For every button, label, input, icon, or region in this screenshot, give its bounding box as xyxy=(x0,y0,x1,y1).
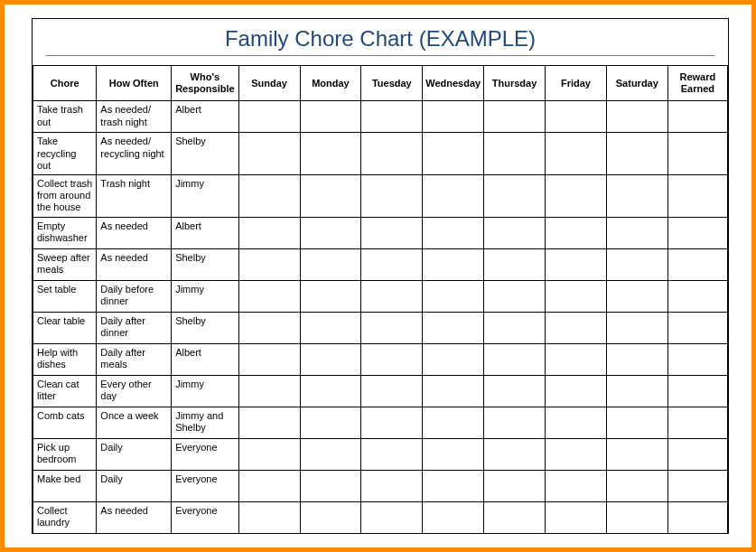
cell-reward xyxy=(667,217,727,248)
cell-thursday xyxy=(484,174,546,217)
cell-how-often: As needed/ trash night xyxy=(97,101,172,133)
cell-reward xyxy=(667,248,727,280)
cell-sunday xyxy=(238,375,300,407)
title-divider xyxy=(46,55,714,56)
cell-wednesday xyxy=(423,470,484,501)
cell-how-often: As needed xyxy=(97,217,172,248)
cell-friday xyxy=(546,375,607,407)
cell-saturday xyxy=(606,133,667,175)
cell-friday xyxy=(546,101,607,133)
cell-how-often: Daily after dinner xyxy=(97,312,172,343)
table-row: Comb catsOnce a weekJimmy and Shelby xyxy=(33,407,728,438)
page-title: Family Chore Chart (EXAMPLE) xyxy=(33,19,728,55)
cell-thursday xyxy=(484,375,546,407)
cell-thursday xyxy=(484,312,546,343)
cell-reward xyxy=(667,101,727,133)
cell-saturday xyxy=(606,217,667,248)
cell-reward xyxy=(667,133,727,175)
cell-friday xyxy=(546,438,607,470)
cell-saturday xyxy=(606,248,667,280)
cell-how-often: Once a week xyxy=(97,407,172,438)
cell-reward xyxy=(667,470,727,501)
cell-wednesday xyxy=(423,217,484,248)
cell-saturday xyxy=(606,312,667,343)
cell-tuesday xyxy=(361,280,423,312)
cell-who: Everyone xyxy=(172,501,239,533)
cell-chore: Make bed xyxy=(33,470,97,501)
table-header-row: Chore How Often Who's Responsible Sunday… xyxy=(33,66,728,101)
cell-who: Everyone xyxy=(172,438,239,470)
cell-monday xyxy=(300,438,361,470)
cell-sunday xyxy=(238,407,300,438)
cell-chore: Help with dishes xyxy=(33,343,97,375)
cell-tuesday xyxy=(361,248,423,280)
cell-saturday xyxy=(606,343,667,375)
cell-thursday xyxy=(484,101,546,133)
cell-sunday xyxy=(238,470,300,501)
cell-monday xyxy=(300,174,361,217)
cell-friday xyxy=(546,312,607,343)
cell-how-often: As needed xyxy=(97,248,172,280)
cell-reward xyxy=(667,312,727,343)
cell-friday xyxy=(546,174,607,217)
cell-how-often: Daily xyxy=(97,438,172,470)
cell-tuesday xyxy=(361,375,423,407)
cell-tuesday xyxy=(361,407,423,438)
cell-chore: Clear table xyxy=(33,312,97,343)
cell-chore: Take recycling out xyxy=(33,133,97,175)
cell-reward xyxy=(667,280,727,312)
table-row: Take recycling outAs needed/ recycling n… xyxy=(33,133,728,175)
header-chore: Chore xyxy=(33,66,97,101)
cell-reward xyxy=(667,375,727,407)
header-monday: Monday xyxy=(300,66,361,101)
cell-thursday xyxy=(484,470,546,501)
cell-how-often: As needed xyxy=(97,501,172,533)
cell-thursday xyxy=(484,217,546,248)
cell-wednesday xyxy=(423,501,484,533)
table-row: Help with dishesDaily after mealsAlbert xyxy=(33,343,728,375)
table-row: Empty dishwasherAs neededAlbert xyxy=(33,217,728,248)
cell-saturday xyxy=(606,174,667,217)
cell-how-often: As needed/ recycling night xyxy=(97,133,172,175)
header-how-often: How Often xyxy=(97,66,172,101)
cell-wednesday xyxy=(423,174,484,217)
table-row: Sweep after mealsAs neededShelby xyxy=(33,248,728,280)
cell-who: Jimmy and Shelby xyxy=(172,407,239,438)
cell-tuesday xyxy=(361,470,423,501)
cell-wednesday xyxy=(423,438,484,470)
cell-chore: Set table xyxy=(33,280,97,312)
cell-saturday xyxy=(606,470,667,501)
cell-who: Albert xyxy=(172,217,239,248)
cell-sunday xyxy=(238,501,300,533)
cell-saturday xyxy=(606,101,667,133)
table-row: Collect laundryAs neededEveryone xyxy=(33,501,728,533)
cell-monday xyxy=(300,248,361,280)
cell-friday xyxy=(546,407,607,438)
cell-friday xyxy=(546,217,607,248)
cell-who: Everyone xyxy=(172,470,239,501)
cell-who: Shelby xyxy=(172,248,239,280)
table-row: Clear tableDaily after dinnerShelby xyxy=(33,312,728,343)
cell-sunday xyxy=(238,312,300,343)
cell-monday xyxy=(300,375,361,407)
cell-saturday xyxy=(606,501,667,533)
table-row: Make bedDailyEveryone xyxy=(33,470,728,501)
cell-friday xyxy=(546,280,607,312)
cell-tuesday xyxy=(361,312,423,343)
cell-tuesday xyxy=(361,438,423,470)
table-row: Take trash outAs needed/ trash nightAlbe… xyxy=(33,101,728,133)
cell-tuesday xyxy=(361,343,423,375)
cell-saturday xyxy=(606,407,667,438)
table-row: Clean cat litterEvery other dayJimmy xyxy=(33,375,728,407)
cell-friday xyxy=(546,470,607,501)
cell-how-often: Daily after meals xyxy=(97,343,172,375)
cell-reward xyxy=(667,343,727,375)
cell-thursday xyxy=(484,501,546,533)
cell-monday xyxy=(300,343,361,375)
cell-monday xyxy=(300,101,361,133)
cell-monday xyxy=(300,133,361,175)
cell-chore: Empty dishwasher xyxy=(33,217,97,248)
cell-friday xyxy=(546,343,607,375)
cell-wednesday xyxy=(423,375,484,407)
cell-how-often: Daily before dinner xyxy=(97,280,172,312)
